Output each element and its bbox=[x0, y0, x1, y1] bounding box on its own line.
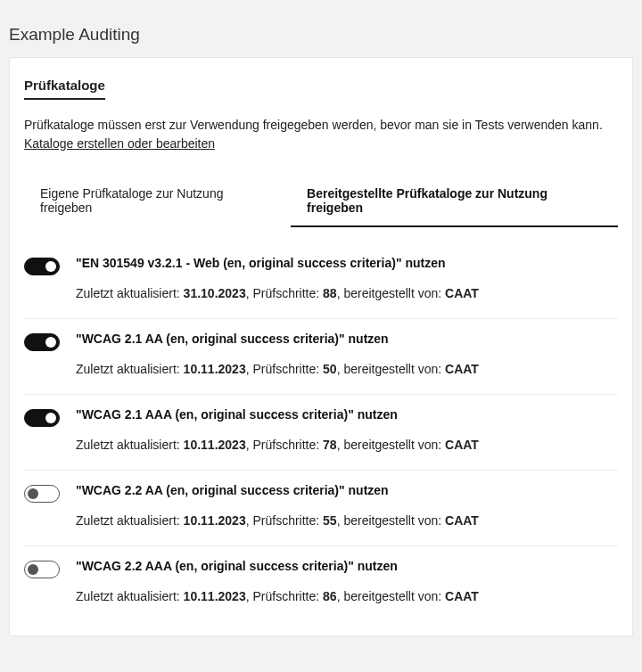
panel-tab-row: Prüfkataloge bbox=[24, 72, 618, 100]
catalog-item: "WCAG 2.2 AA (en, original success crite… bbox=[24, 471, 618, 546]
catalog-body: "WCAG 2.2 AAA (en, original success crit… bbox=[76, 559, 618, 603]
toggle-knob bbox=[45, 413, 56, 423]
catalog-meta: Zuletzt aktualisiert: 10.11.2023, Prüfsc… bbox=[76, 438, 618, 452]
catalog-body: "EN 301549 v3.2.1 - Web (en, original su… bbox=[76, 256, 618, 300]
tab-provided-catalogs[interactable]: Bereitgestellte Prüfkataloge zur Nutzung… bbox=[291, 176, 618, 227]
meta-date: 31.10.2023 bbox=[184, 286, 246, 300]
meta-label-provider: , bereitgestellt von: bbox=[337, 438, 445, 452]
sub-tab-row: Eigene Prüfkataloge zur Nutzung freigebe… bbox=[24, 176, 618, 227]
page-title: Example Auditing bbox=[9, 9, 633, 57]
catalog-meta: Zuletzt aktualisiert: 10.11.2023, Prüfsc… bbox=[76, 589, 618, 603]
meta-label-provider: , bereitgestellt von: bbox=[337, 513, 445, 528]
meta-label-updated: Zuletzt aktualisiert: bbox=[76, 438, 184, 452]
meta-label-steps: , Prüfschritte: bbox=[246, 362, 323, 376]
meta-label-steps: , Prüfschritte: bbox=[246, 438, 323, 452]
meta-provider: CAAT bbox=[445, 513, 479, 528]
link-catalogs-edit[interactable]: Kataloge erstellen oder bearbeiten bbox=[24, 136, 215, 151]
panel-tab-pruefkataloge[interactable]: Prüfkataloge bbox=[24, 72, 105, 100]
meta-label-steps: , Prüfschritte: bbox=[246, 589, 323, 603]
catalog-toggle[interactable] bbox=[24, 333, 60, 351]
catalog-title: "EN 301549 v3.2.1 - Web (en, original su… bbox=[76, 256, 618, 270]
meta-label-updated: Zuletzt aktualisiert: bbox=[76, 362, 184, 376]
meta-date: 10.11.2023 bbox=[184, 362, 246, 376]
catalog-item: "WCAG 2.1 AA (en, original success crite… bbox=[24, 319, 618, 395]
meta-label-provider: , bereitgestellt von: bbox=[337, 589, 445, 603]
toggle-knob bbox=[28, 564, 38, 575]
catalog-body: "WCAG 2.1 AA (en, original success crite… bbox=[76, 332, 618, 376]
meta-label-provider: , bereitgestellt von: bbox=[337, 286, 445, 300]
meta-provider: CAAT bbox=[445, 362, 479, 376]
toggle-knob bbox=[45, 261, 56, 272]
meta-date: 10.11.2023 bbox=[184, 438, 246, 452]
catalog-title: "WCAG 2.2 AAA (en, original success crit… bbox=[76, 559, 618, 573]
meta-steps: 78 bbox=[323, 438, 337, 452]
meta-label-steps: , Prüfschritte: bbox=[246, 513, 323, 528]
meta-date: 10.11.2023 bbox=[184, 589, 246, 603]
meta-label-updated: Zuletzt aktualisiert: bbox=[76, 513, 184, 528]
meta-steps: 88 bbox=[323, 286, 337, 300]
catalog-title: "WCAG 2.1 AA (en, original success crite… bbox=[76, 332, 618, 346]
catalog-body: "WCAG 2.1 AAA (en, original success crit… bbox=[76, 407, 618, 452]
catalog-item: "WCAG 2.1 AAA (en, original success crit… bbox=[24, 395, 618, 471]
toggle-knob bbox=[28, 488, 38, 499]
catalog-meta: Zuletzt aktualisiert: 31.10.2023, Prüfsc… bbox=[76, 286, 618, 300]
catalog-toggle[interactable] bbox=[24, 409, 60, 427]
catalog-item: "WCAG 2.2 AAA (en, original success crit… bbox=[24, 546, 618, 621]
meta-steps: 55 bbox=[323, 513, 337, 528]
meta-provider: CAAT bbox=[445, 589, 479, 603]
intro-text: Prüfkataloge müssen erst zur Verwendung … bbox=[24, 116, 618, 135]
catalog-item: "EN 301549 v3.2.1 - Web (en, original su… bbox=[24, 243, 618, 319]
catalog-toggle[interactable] bbox=[24, 258, 60, 275]
meta-label-updated: Zuletzt aktualisiert: bbox=[76, 286, 184, 300]
catalog-list: "EN 301549 v3.2.1 - Web (en, original su… bbox=[24, 243, 618, 621]
meta-steps: 86 bbox=[323, 589, 337, 603]
catalog-body: "WCAG 2.2 AA (en, original success crite… bbox=[76, 483, 618, 528]
panel-pruefkataloge: Prüfkataloge Prüfkataloge müssen erst zu… bbox=[9, 57, 633, 636]
meta-provider: CAAT bbox=[445, 286, 479, 300]
catalog-toggle[interactable] bbox=[24, 561, 60, 578]
meta-provider: CAAT bbox=[445, 438, 479, 452]
meta-label-updated: Zuletzt aktualisiert: bbox=[76, 589, 184, 603]
meta-date: 10.11.2023 bbox=[184, 513, 246, 528]
catalog-title: "WCAG 2.2 AA (en, original success crite… bbox=[76, 483, 618, 497]
toggle-knob bbox=[45, 337, 56, 348]
meta-label-steps: , Prüfschritte: bbox=[246, 286, 323, 300]
catalog-meta: Zuletzt aktualisiert: 10.11.2023, Prüfsc… bbox=[76, 362, 618, 376]
catalog-title: "WCAG 2.1 AAA (en, original success crit… bbox=[76, 407, 618, 422]
meta-steps: 50 bbox=[323, 362, 337, 376]
meta-label-provider: , bereitgestellt von: bbox=[337, 362, 445, 376]
catalog-meta: Zuletzt aktualisiert: 10.11.2023, Prüfsc… bbox=[76, 513, 618, 528]
catalog-toggle[interactable] bbox=[24, 485, 60, 503]
tab-own-catalogs[interactable]: Eigene Prüfkataloge zur Nutzung freigebe… bbox=[24, 176, 291, 227]
